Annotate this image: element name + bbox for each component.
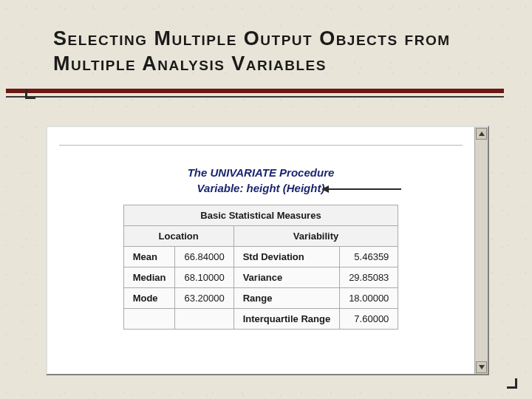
slide-title: Selecting Multiple Output Objects from M… [53,27,504,77]
table-row: Median 68.10000 Variance 29.85083 [123,267,398,288]
slide-frame: Selecting Multiple Output Objects from M… [6,6,526,393]
mean-value: 66.84000 [175,247,233,267]
table-row: Interquartile Range 7.60000 [123,309,398,330]
procedure-title: The UNIVARIATE Procedure [56,166,466,179]
median-value: 68.10000 [175,267,233,288]
rule-thick [6,89,504,93]
variable-line-text: Variable: height (Height) [197,182,325,194]
title-rule [6,89,526,99]
std-label: Std Deviation [233,247,339,267]
median-label: Median [123,267,175,288]
mode-label: Mode [123,288,175,309]
table-title-cell: Basic Statistical Measures [123,205,398,226]
std-value: 5.46359 [340,247,398,267]
rule-thin [6,96,504,98]
variable-line: Variable: height (Height) [56,182,466,194]
arrow-annotation-icon [327,188,401,190]
title-block: Selecting Multiple Output Objects from M… [6,6,526,84]
divider [59,145,463,146]
table-row: Basic Statistical Measures [123,205,398,226]
mode-value: 63.20000 [175,288,233,309]
var-value: 29.85083 [340,267,398,288]
table-row: Location Variability [123,226,398,247]
empty-cell [175,309,233,330]
range-label: Range [233,288,339,309]
mean-label: Mean [123,247,175,267]
chevron-down-icon [479,365,485,369]
corner-mark-right [507,378,517,389]
corner-mark-left [25,89,35,99]
table-row: Mean 66.84000 Std Deviation 5.46359 [123,247,398,267]
col-location: Location [123,226,233,247]
output-window: The UNIVARIATE Procedure Variable: heigh… [46,126,489,375]
vertical-scrollbar[interactable] [474,127,488,374]
iqr-value: 7.60000 [340,309,398,330]
table-row: Mode 63.20000 Range 18.00000 [123,288,398,309]
scroll-up-button[interactable] [476,128,487,140]
scroll-down-button[interactable] [476,361,487,373]
col-variability: Variability [233,226,398,247]
empty-cell [123,309,175,330]
stats-table: Basic Statistical Measures Location Vari… [123,205,399,330]
var-label: Variance [233,267,339,288]
chevron-up-icon [479,132,485,136]
iqr-label: Interquartile Range [233,309,339,330]
range-value: 18.00000 [340,288,398,309]
output-content: The UNIVARIATE Procedure Variable: heigh… [47,127,474,374]
